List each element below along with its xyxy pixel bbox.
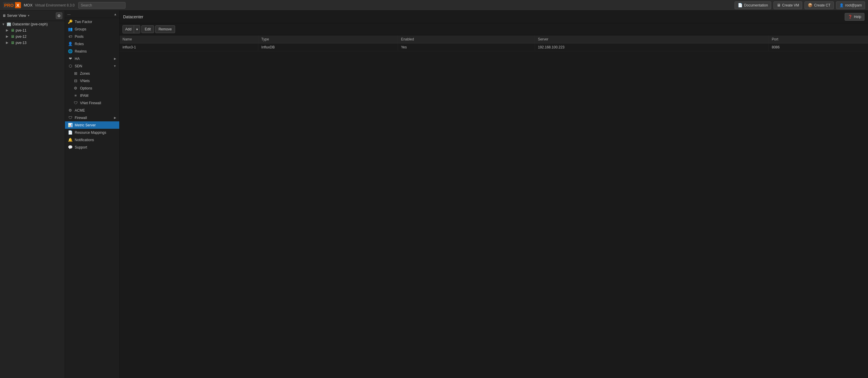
menu-item-support[interactable]: 💬 Support (65, 144, 119, 151)
chevron-down-icon: ▼ (27, 14, 30, 17)
user-label: root@pam (845, 3, 862, 7)
edit-button[interactable]: Edit (142, 25, 154, 33)
sdn-label: SDN (75, 64, 82, 68)
sidebar-item-pve-11[interactable]: ▶ 🖥 pve-11 (0, 27, 65, 33)
help-button[interactable]: ❓ Help (845, 13, 864, 21)
add-button[interactable]: Add (123, 25, 134, 33)
menu-item-realms[interactable]: 🌐 Realms (65, 48, 119, 55)
menu-item-ipam[interactable]: ≡ IPAM (65, 92, 119, 99)
create-ct-label: Create CT (814, 3, 830, 7)
resource-mappings-icon: 📄 (68, 130, 73, 135)
page-title: Datacenter (123, 14, 143, 19)
create-ct-button[interactable]: 📦 Create CT (805, 1, 833, 9)
middle-menu-panel: — ▲ 🔑 Two Factor 👥 Groups 🏷 Pools 👤 Role… (65, 11, 120, 378)
sidebar-item-pve-13[interactable]: ▶ 🖥 pve-13 (0, 39, 65, 46)
groups-icon: 👥 (68, 27, 73, 31)
datacenter-label: Datacenter (pve-ceph) (12, 22, 48, 26)
notifications-icon: 🔔 (68, 137, 73, 142)
menu-item-sdn-options[interactable]: ⚙ Options (65, 85, 119, 92)
table-row[interactable]: influx3-1 InfluxDB Yes 192.168.100.223 8… (120, 43, 868, 52)
support-label: Support (75, 145, 87, 150)
main-layout: 🖥 Server View ▼ ⚙ ▼ 🏢 Datacenter (pve-ce… (0, 11, 868, 378)
menu-item-vnet-firewall[interactable]: 🛡 VNet Firewall (65, 99, 119, 106)
table-body: influx3-1 InfluxDB Yes 192.168.100.223 8… (120, 43, 868, 52)
menu-item-zones[interactable]: ⊞ Zones (65, 70, 119, 77)
two-factor-icon: 🔑 (68, 20, 73, 24)
user-icon: 👤 (839, 3, 844, 7)
menu-item-groups[interactable]: 👥 Groups (65, 25, 119, 33)
collapse-icon: ▼ (2, 23, 5, 26)
menu-item-vnets[interactable]: ⊟ VNets (65, 77, 119, 85)
cell-server: 192.168.100.223 (535, 43, 769, 52)
support-icon: 💬 (68, 145, 73, 150)
content-toolbar: Add ▼ Edit Remove (120, 23, 868, 35)
doc-icon: 📄 (738, 3, 743, 7)
pve11-label: pve-11 (16, 28, 27, 32)
vnet-firewall-icon: 🛡 (73, 101, 78, 105)
menu-item-firewall[interactable]: 🛡 Firewall ▶ (65, 114, 119, 121)
metric-server-label: Metric Server (75, 123, 96, 127)
create-vm-icon: 🖥 (777, 3, 781, 7)
add-label: Add (125, 27, 131, 31)
col-port: Port (769, 35, 868, 43)
create-vm-label: Create VM (782, 3, 799, 7)
menu-item-pools[interactable]: 🏷 Pools (65, 33, 119, 40)
documentation-button[interactable]: 📄 Documentation (735, 1, 771, 9)
create-ct-icon: 📦 (808, 3, 812, 7)
sidebar: 🖥 Server View ▼ ⚙ ▼ 🏢 Datacenter (pve-ce… (0, 11, 65, 378)
menu-item-resource-mappings[interactable]: 📄 Resource Mappings (65, 129, 119, 136)
resource-mappings-label: Resource Mappings (75, 130, 106, 135)
proxmox-logo: PRO X (3, 2, 21, 8)
firewall-icon: 🛡 (68, 116, 73, 120)
create-vm-button[interactable]: 🖥 Create VM (774, 1, 802, 9)
menu-item-two-factor[interactable]: 🔑 Two Factor (65, 18, 119, 25)
metric-server-table: Name Type Enabled Server Port influx3-1 … (120, 35, 868, 52)
cell-type: InfluxDB (258, 43, 398, 52)
server-view-icon: 🖥 (2, 13, 6, 18)
roles-icon: 👤 (68, 42, 73, 46)
remove-button[interactable]: Remove (155, 25, 175, 33)
node-icon-pve11: 🖥 (11, 28, 14, 32)
logo-pro: PRO (4, 3, 14, 8)
col-name: Name (120, 35, 258, 43)
menu-item-ha[interactable]: ❤ HA ▶ (65, 55, 119, 62)
help-label: Help (854, 15, 861, 19)
sidebar-item-datacenter[interactable]: ▼ 🏢 Datacenter (pve-ceph) (0, 21, 65, 27)
expand-icon-pve11: ▶ (6, 28, 9, 32)
search-input[interactable] (78, 2, 125, 8)
user-button[interactable]: 👤 root@pam (836, 1, 865, 9)
sidebar-settings-button[interactable]: ⚙ (56, 12, 62, 19)
menu-item-roles[interactable]: 👤 Roles (65, 40, 119, 48)
sidebar-item-pve-12[interactable]: ▶ 🖥 pve-12 (0, 33, 65, 39)
sidebar-header: 🖥 Server View ▼ ⚙ (0, 11, 65, 21)
expand-icon-pve12: ▶ (6, 35, 9, 38)
menu-item-sdn[interactable]: ⬡ SDN ▼ (65, 62, 119, 70)
remove-label: Remove (159, 27, 172, 31)
datacenter-icon: 🏢 (6, 22, 11, 26)
menu-item-metric-server[interactable]: 📊 Metric Server (65, 121, 119, 129)
cell-name: influx3-1 (120, 43, 258, 52)
sdn-icon: ⬡ (68, 64, 73, 68)
ha-icon: ❤ (68, 56, 73, 61)
proxmox-brand-text: MOX (24, 3, 33, 7)
vnets-icon: ⊟ (73, 78, 78, 83)
content-area: Datacenter ❓ Help Add ▼ Edit Remove (120, 11, 868, 378)
zones-label: Zones (80, 71, 90, 75)
sdn-arrow-icon: ▼ (113, 64, 116, 68)
ha-arrow-icon: ▶ (114, 57, 116, 60)
node-icon-pve13: 🖥 (11, 40, 14, 45)
ipam-icon: ≡ (73, 93, 78, 98)
server-view-label: Server View (7, 13, 26, 18)
menu-item-acme[interactable]: ⚙ ACME (65, 106, 119, 114)
add-dropdown-button[interactable]: ▼ (134, 25, 140, 33)
firewall-label: Firewall (75, 116, 87, 120)
pools-label: Pools (75, 35, 84, 39)
help-icon: ❓ (848, 15, 852, 19)
vnets-label: VNets (80, 79, 90, 83)
menu-section-header: — ▲ (65, 11, 119, 18)
server-view-select[interactable]: 🖥 Server View ▼ (2, 13, 30, 18)
menu-item-notifications[interactable]: 🔔 Notifications (65, 136, 119, 144)
realms-label: Realms (75, 49, 87, 54)
dash-icon: — (67, 12, 70, 16)
notifications-label: Notifications (75, 138, 94, 142)
